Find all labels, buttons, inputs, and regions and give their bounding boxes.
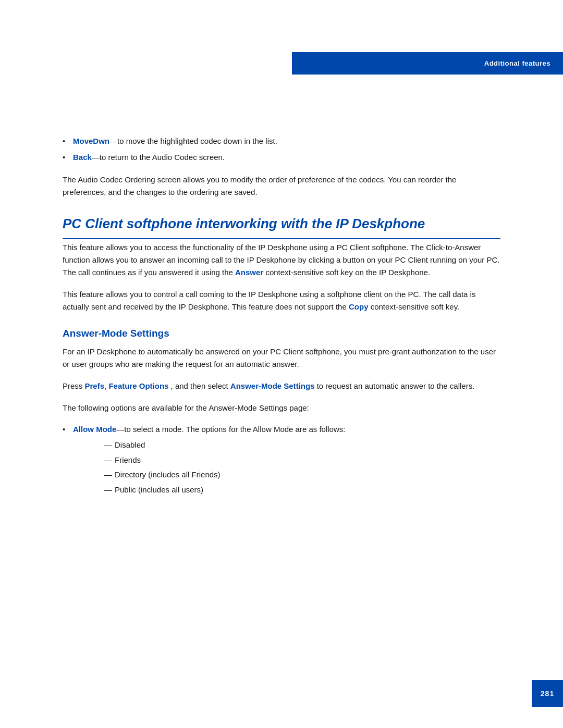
subsection-paragraph-1: For an IP Deskphone to automatically be … <box>63 346 500 371</box>
answer-link: Answer <box>235 268 263 277</box>
intro-bullet-list: MoveDwn—to move the highlighted codec do… <box>63 135 500 163</box>
page-number-box: 281 <box>532 680 563 707</box>
section-title: PC Client softphone interworking with th… <box>63 215 500 236</box>
bullet-item-movedwn: MoveDwn—to move the highlighted codec do… <box>63 135 500 147</box>
main-content: MoveDwn—to move the highlighted codec do… <box>0 135 563 496</box>
body-p2-end: context-sensitive soft key. <box>371 302 460 311</box>
body-paragraph-1: This feature allows you to access the fu… <box>63 241 500 279</box>
allow-mode-text: —to select a mode. The options for the A… <box>116 425 345 434</box>
feature-options-link: Feature Options <box>108 381 168 390</box>
header-bar: Additional features <box>292 52 563 75</box>
content-top: MoveDwn—to move the highlighted codec do… <box>63 135 500 496</box>
prefs-link: Prefs <box>85 381 105 390</box>
allow-mode-bullet: Allow Mode—to select a mode. The options… <box>63 424 500 496</box>
bullet-item-back: Back—to return to the Audio Codec screen… <box>63 152 500 164</box>
page-container: Additional features MoveDwn—to move the … <box>0 0 563 728</box>
dash-item-public: Public (includes all users) <box>104 484 500 496</box>
section-heading: PC Client softphone interworking with th… <box>63 215 500 239</box>
header-bar-title: Additional features <box>484 59 550 67</box>
dash-item-directory: Directory (includes all Friends) <box>104 469 500 481</box>
dash-item-friends: Friends <box>104 454 500 466</box>
subsection-instruction: Press Prefs, Feature Options , and then … <box>63 380 500 392</box>
movedwn-text: —to move the highlighted codec down in t… <box>109 137 277 145</box>
page-number: 281 <box>541 689 554 698</box>
body-p1-end: context-sensitive soft key on the IP Des… <box>265 268 430 277</box>
instruction-prefix: Press <box>63 381 82 390</box>
instruction-mid: , and then select <box>171 381 228 390</box>
intro-paragraph: The Audio Codec Ordering screen allows y… <box>63 174 500 199</box>
movedwn-link: MoveDwn <box>73 137 109 145</box>
instruction-suffix: to request an automatic answer to the ca… <box>317 381 475 390</box>
options-bullet-list: Allow Mode—to select a mode. The options… <box>63 424 500 496</box>
allow-mode-dash-list: Disabled Friends Directory (includes all… <box>104 439 500 496</box>
back-text: —to return to the Audio Codec screen. <box>92 153 225 162</box>
copy-link: Copy <box>349 302 369 311</box>
following-options-paragraph: The following options are available for … <box>63 402 500 414</box>
back-link: Back <box>73 153 92 162</box>
subsection-title: Answer-Mode Settings <box>63 328 500 339</box>
body-paragraph-2: This feature allows you to control a cal… <box>63 288 500 313</box>
dash-item-disabled: Disabled <box>104 439 500 451</box>
answer-mode-settings-link: Answer-Mode Settings <box>230 381 315 390</box>
allow-mode-link: Allow Mode <box>73 425 116 434</box>
comma1: , <box>104 381 106 390</box>
subsection-heading: Answer-Mode Settings <box>63 328 500 339</box>
